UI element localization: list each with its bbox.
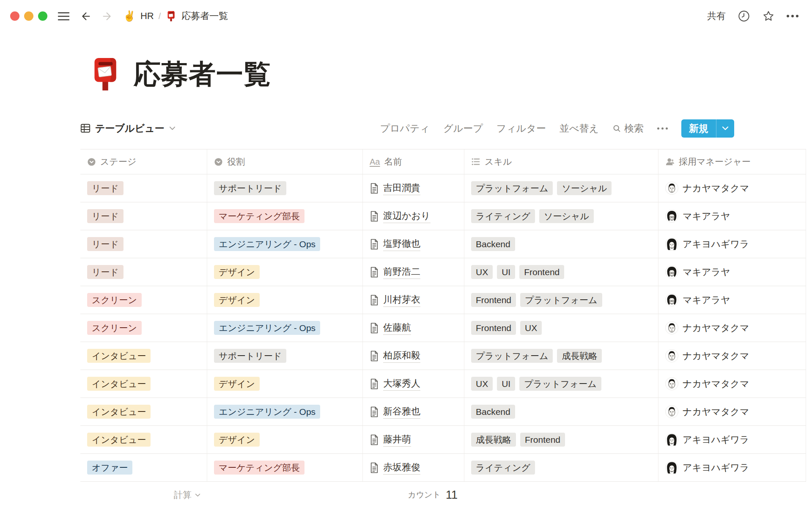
tag[interactable]: プラットフォーム [519,377,601,391]
applicant-name-link[interactable]: 佐藤航 [383,321,411,335]
tag[interactable]: Backend [471,405,515,419]
forward-button[interactable] [102,11,113,22]
skills-cell[interactable]: Backend [464,398,658,425]
name-cell[interactable]: 前野浩二 [363,258,464,286]
name-cell[interactable]: 川村芽衣 [363,286,464,314]
tag[interactable]: Frontend [520,433,565,447]
tag[interactable]: 成長戦略 [471,433,516,447]
tag[interactable]: インタビュー [87,377,151,391]
tag[interactable]: マーケティング部長 [214,461,304,475]
column-header-role[interactable]: 役割 [207,149,363,174]
tag[interactable]: UI [497,265,515,279]
name-cell[interactable]: 塩野徹也 [363,230,464,258]
stage-cell[interactable]: リード [80,258,207,286]
tag[interactable]: ソーシャル [557,181,612,195]
tag[interactable]: エンジニアリング - Ops [214,321,320,335]
manager-cell[interactable]: マキアラヤ [658,286,806,314]
name-cell[interactable]: 大塚秀人 [363,370,464,398]
tag[interactable]: サポートリード [214,349,286,363]
name-cell[interactable]: 藤井萌 [363,426,464,453]
tag[interactable]: ソーシャル [539,209,594,223]
breadcrumb-section-link[interactable]: HR [140,11,154,22]
role-cell[interactable]: エンジニアリング - Ops [207,230,363,258]
tag[interactable]: リード [87,237,123,251]
skills-cell[interactable]: UXUIFrontend [464,258,658,286]
applicant-name-link[interactable]: 川村芽衣 [383,293,420,307]
tag[interactable]: エンジニアリング - Ops [214,237,320,251]
view-options-button[interactable] [657,127,668,130]
applicant-name-link[interactable]: 吉田潤貴 [383,182,420,195]
name-cell[interactable]: 吉田潤貴 [363,174,464,202]
share-button[interactable]: 共有 [707,10,726,22]
tag[interactable]: インタビュー [87,405,151,419]
breadcrumb-page-link[interactable]: 応募者一覧 [181,10,228,22]
role-cell[interactable]: デザイン [207,370,363,398]
skills-cell[interactable]: ライティング [464,454,658,481]
more-menu-button[interactable] [787,15,798,17]
name-cell[interactable]: 赤坂雅俊 [363,454,464,481]
stage-cell[interactable]: インタビュー [80,370,207,398]
stage-cell[interactable]: インタビュー [80,398,207,425]
manager-cell[interactable]: ナカヤマタクマ [658,370,806,398]
tag[interactable]: サポートリード [214,181,286,195]
applicant-name-link[interactable]: 赤坂雅俊 [383,461,420,475]
skills-cell[interactable]: プラットフォームソーシャル [464,174,658,202]
skills-cell[interactable]: Backend [464,230,658,258]
updates-button[interactable] [738,10,750,22]
page-title[interactable]: 応募者一覧 [134,56,271,93]
name-cell[interactable]: 柏原和毅 [363,342,464,370]
back-button[interactable] [80,11,91,22]
manager-cell[interactable]: ナカヤマタクマ [658,174,806,202]
stage-cell[interactable]: スクリーン [80,286,207,314]
tag[interactable]: リード [87,209,123,223]
tag[interactable]: UX [471,265,493,279]
tag[interactable]: Backend [471,237,515,251]
role-cell[interactable]: デザイン [207,286,363,314]
tag[interactable]: スクリーン [87,321,142,335]
tag[interactable]: マーケティング部長 [214,209,304,223]
tag[interactable]: UX [471,377,493,391]
tag[interactable]: デザイン [214,433,260,447]
skills-cell[interactable]: Frontendプラットフォーム [464,286,658,314]
tag[interactable]: スクリーン [87,293,142,307]
stage-cell[interactable]: スクリーン [80,314,207,342]
filter-button[interactable]: フィルター [497,122,546,135]
skills-cell[interactable]: ライティングソーシャル [464,202,658,230]
skills-cell[interactable]: FrontendUX [464,314,658,342]
manager-cell[interactable]: アキヨハギワラ [658,426,806,453]
properties-button[interactable]: プロパティ [380,122,430,135]
tag[interactable]: デザイン [214,293,260,307]
applicant-name-link[interactable]: 前野浩二 [383,265,420,279]
zoom-window-button[interactable] [38,11,47,21]
tag[interactable]: Frontend [471,293,516,307]
manager-cell[interactable]: ナカヤマタクマ [658,342,806,370]
applicant-name-link[interactable]: 大塚秀人 [383,377,420,391]
tag[interactable]: Frontend [519,265,564,279]
sort-button[interactable]: 並べ替え [560,122,599,135]
tag[interactable]: インタビュー [87,433,151,447]
manager-cell[interactable]: ナカヤマタクマ [658,314,806,342]
tag[interactable]: UI [497,377,515,391]
calc-button[interactable]: 計算 [80,482,207,508]
tag[interactable]: エンジニアリング - Ops [214,405,320,419]
tag[interactable]: プラットフォーム [471,181,553,195]
column-header-manager[interactable]: 採用マネージャー [658,149,806,174]
tag[interactable]: デザイン [214,265,260,279]
column-header-skills[interactable]: スキル [464,149,658,174]
favorite-button[interactable] [762,10,775,22]
stage-cell[interactable]: オファー [80,454,207,481]
tag[interactable]: 成長戦略 [557,349,602,363]
role-cell[interactable]: エンジニアリング - Ops [207,314,363,342]
role-cell[interactable]: サポートリード [207,342,363,370]
applicant-name-link[interactable]: 柏原和毅 [383,349,420,363]
tag[interactable]: プラットフォーム [471,349,553,363]
tag[interactable]: プラットフォーム [520,293,602,307]
manager-cell[interactable]: アキヨハギワラ [658,230,806,258]
name-cell[interactable]: 渡辺かおり [363,202,464,230]
new-dropdown-button[interactable] [716,119,734,138]
role-cell[interactable]: エンジニアリング - Ops [207,398,363,425]
manager-cell[interactable]: マキアラヤ [658,258,806,286]
role-cell[interactable]: サポートリード [207,174,363,202]
applicant-name-link[interactable]: 藤井萌 [383,433,411,447]
new-button[interactable]: 新規 [681,119,716,138]
